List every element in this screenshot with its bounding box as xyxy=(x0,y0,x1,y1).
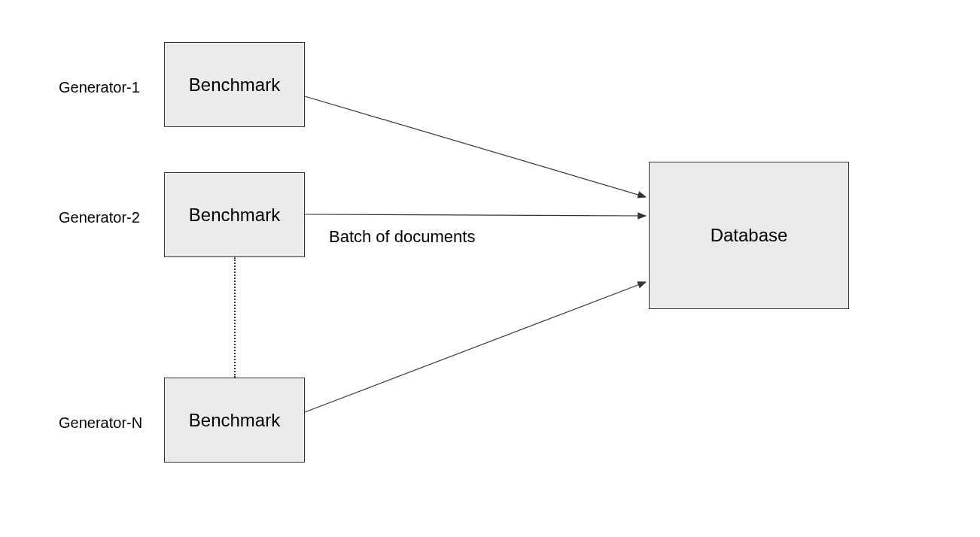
benchmark-box-2-text: Benchmark xyxy=(189,205,280,226)
database-box-text: Database xyxy=(711,225,788,246)
benchmark-box-2: Benchmark xyxy=(164,172,305,257)
generator-1-label: Generator-1 xyxy=(59,79,140,96)
benchmark-box-1: Benchmark xyxy=(164,42,305,127)
edge-label: Batch of documents xyxy=(329,227,475,247)
benchmark-box-n: Benchmark xyxy=(164,378,305,463)
benchmark-box-n-text: Benchmark xyxy=(189,410,280,431)
generator-n-label: Generator-N xyxy=(59,414,142,432)
arrow-2 xyxy=(305,214,646,216)
arrow-1 xyxy=(305,96,646,197)
benchmark-box-1-text: Benchmark xyxy=(189,74,280,96)
database-box: Database xyxy=(649,162,849,309)
dotted-connector xyxy=(234,257,236,378)
generator-2-label: Generator-2 xyxy=(59,209,140,226)
arrow-n xyxy=(305,282,646,412)
